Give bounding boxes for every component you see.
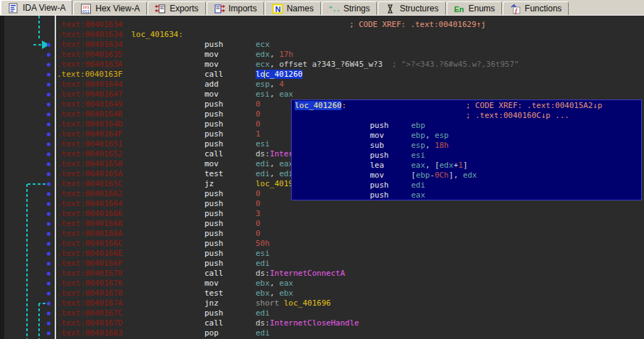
tab-label: IDA View-A — [23, 3, 65, 13]
imports-icon — [214, 4, 225, 14]
popup-mnemonic: push — [370, 181, 389, 190]
tab-enums[interactable]: EnEnums — [447, 1, 502, 15]
disasm-row[interactable]: .text:0040163Amovecx, offset a?343_?6W45… — [0, 60, 644, 70]
tab-label: Enums — [469, 4, 495, 14]
disasm-row[interactable]: .text:00401634loc_401634: — [0, 30, 644, 40]
exports-icon — [155, 4, 166, 14]
tab-names[interactable]: NNames — [265, 1, 321, 15]
mnemonic: push — [204, 199, 224, 209]
names-icon: N — [272, 4, 283, 14]
operands: esp, 4 — [256, 80, 284, 90]
mnemonic: add — [204, 80, 219, 90]
address: .text:00401635 — [57, 50, 123, 60]
mnemonic: call — [204, 269, 224, 279]
operands: ebx, ebx — [256, 289, 293, 298]
operands: esi — [256, 249, 270, 259]
disassembly-view[interactable]: .text:00401634; CODE XREF: .text:0040162… — [0, 16, 644, 339]
disasm-row[interactable]: .text:00401635movedx, 17h — [0, 50, 644, 60]
hex-view-icon: 101011 — [80, 4, 92, 14]
tab-ida-view-a[interactable]: IDA View-A — [0, 0, 72, 15]
popup-xref-comment: ; .text:0040160C↓p ... — [466, 111, 569, 121]
address: .text:0040166A — [57, 229, 123, 239]
address-current: .text:0040163F — [57, 70, 123, 80]
operands: 3 — [256, 209, 261, 219]
enums-icon: En — [454, 4, 465, 14]
disasm-row[interactable]: .text:0040167Ajnzshort loc_401696 — [0, 298, 644, 308]
popup-operands: ebp, esp — [411, 131, 449, 141]
disasm-row[interactable]: .text:00401664push0 — [0, 199, 644, 209]
address: .text:00401647 — [57, 90, 123, 99]
address: .text:00401668 — [57, 219, 123, 229]
address: .text:0040164B — [57, 109, 123, 119]
disasm-row[interactable]: .text:00401666push3 — [0, 209, 644, 219]
address: .text:0040164D — [57, 119, 123, 129]
address: .text:0040165A — [57, 169, 123, 179]
mnemonic: push — [204, 249, 224, 259]
disasm-row[interactable]: .text:0040166Cpush50h — [0, 239, 644, 249]
mnemonic: call — [204, 149, 224, 159]
address: .text:0040166C — [57, 239, 123, 249]
mnemonic: mov — [204, 60, 219, 70]
disasm-row[interactable]: .text:0040166Epushesi — [0, 249, 644, 259]
mnemonic: push — [204, 119, 224, 129]
svg-text:N: N — [275, 4, 280, 13]
tab-structures[interactable]: Structures — [378, 1, 446, 15]
disasm-row[interactable]: .text:00401647movesi, eax — [0, 90, 644, 99]
mnemonic: push — [204, 259, 224, 269]
popup-operands: eax, [edx+1] — [411, 161, 468, 171]
address: .text:00401676 — [57, 279, 123, 289]
disasm-row[interactable]: .text:00401683popedi — [0, 328, 644, 338]
address: .text:00401651 — [57, 139, 123, 149]
operands: ebx, eax — [256, 279, 293, 289]
mnemonic: test — [204, 289, 224, 298]
tab-bar: IDA View-A101011Hex View-AExportsImports… — [0, 0, 644, 16]
disasm-row[interactable]: .text:0040166Fpushedi — [0, 259, 644, 269]
mnemonic: push — [204, 139, 224, 149]
operands: ds:InternetCloseHandle — [256, 318, 359, 328]
popup-mnemonic: sub — [370, 141, 384, 151]
mnemonic: jz — [204, 179, 214, 189]
operands: 0 — [256, 119, 261, 129]
disasm-row[interactable]: .text:00401678testebx, ebx — [0, 289, 644, 298]
address: .text:0040163A — [57, 60, 123, 70]
address: .text:0040165C — [57, 179, 123, 189]
mnemonic: mov — [204, 159, 219, 169]
tab-label: Structures — [400, 4, 439, 14]
disasm-row[interactable]: .text:00401668push0 — [0, 219, 644, 229]
operands: edi, edi — [256, 169, 293, 179]
disasm-row[interactable]: .text:00401644addesp, 4 — [0, 80, 644, 90]
tab-functions[interactable]: fFunctions — [503, 1, 569, 15]
disasm-row[interactable]: .text:0040167Dcallds:InternetCloseHandle — [0, 318, 644, 328]
tab-label: Hex View-A — [95, 4, 139, 14]
disasm-row[interactable]: .text:0040167Cpushedi — [0, 308, 644, 318]
tab-imports[interactable]: Imports — [207, 1, 264, 15]
disasm-row[interactable]: .text:00401634pushecx — [0, 40, 644, 50]
disasm-row[interactable]: .text:00401670callds:InternetConnectA — [0, 269, 644, 279]
popup-mnemonic: push — [370, 190, 389, 200]
operands: edi, eax — [256, 159, 293, 169]
address: .text:0040166E — [57, 249, 123, 259]
tab-strings[interactable]: "..."Strings — [322, 1, 377, 15]
address: .text:0040164F — [57, 129, 123, 139]
popup-operands: esi — [411, 151, 425, 161]
address: .text:00401658 — [57, 159, 123, 169]
strings-icon: "..." — [329, 4, 340, 14]
operands: ecx, offset a?343_?6W45_w?3 ; ">?<343.?6… — [256, 60, 519, 70]
disasm-row[interactable]: .text:0040166Apush0 — [0, 229, 644, 239]
operands: short loc_401696 — [256, 298, 331, 308]
svg-text:"...": "..." — [329, 6, 340, 13]
tab-hex-view-a[interactable]: 101011Hex View-A — [73, 1, 146, 15]
xref-comment: ; CODE XREF: .text:00401629↑j — [349, 20, 486, 30]
address: .text:00401664 — [57, 199, 123, 209]
mnemonic: mov — [204, 50, 219, 60]
address: .text:00401678 — [57, 289, 123, 298]
popup-operands: [ebp-0Ch], edx — [411, 171, 477, 181]
operands: ds:Inter — [256, 149, 293, 159]
disasm-row[interactable]: .text:0040163Fcallloc_401260 — [0, 70, 644, 80]
mnemonic: call — [204, 318, 224, 328]
operands: 50h — [256, 239, 270, 249]
mnemonic: test — [204, 169, 224, 179]
tab-exports[interactable]: Exports — [148, 1, 206, 15]
disasm-row[interactable]: .text:00401676movebx, eax — [0, 279, 644, 289]
disasm-row[interactable]: .text:00401634; CODE XREF: .text:0040162… — [0, 20, 644, 30]
